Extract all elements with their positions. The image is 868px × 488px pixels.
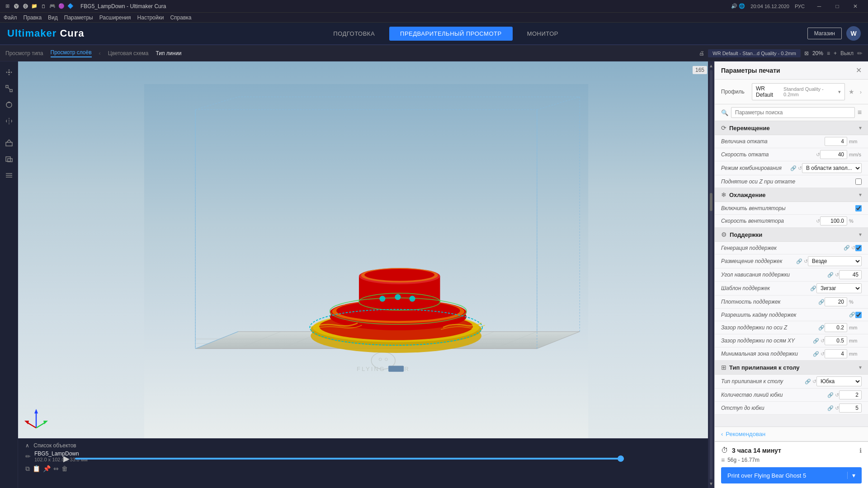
tab-monitor[interactable]: МОНИТОР [516,27,569,41]
reset-icon9[interactable]: ↺ [812,379,816,385]
maximize-button[interactable]: □ [828,0,846,13]
skirt-count-input[interactable] [839,390,862,399]
bottom-bar: ∧ Список объектов ✏ FBG5_LampDown 102.0 … [18,438,714,488]
link-icon8[interactable]: 🔗 [818,325,825,331]
reset-icon7[interactable]: ↺ [821,338,825,344]
reset-icon5[interactable]: ↺ [804,258,808,264]
menu-settings[interactable]: Настройки [137,14,164,21]
icon-mirror[interactable]: ⇔ [53,465,59,473]
menu-view[interactable]: Вид [48,14,58,21]
section-adhesion[interactable]: ⊞ Тип прилипания к столу ▾ [715,361,868,375]
tool-scale[interactable] [2,81,16,96]
play-button[interactable]: ▶ [63,454,70,464]
section-movement[interactable]: ⟳ Перемещение ▾ [715,121,868,135]
tool-move[interactable] [2,65,16,80]
icon-paste[interactable]: 📌 [43,465,51,473]
icon-duplicate[interactable]: ⧉ [25,465,30,473]
reset-icon6[interactable]: ↺ [835,272,839,278]
object-list-toggle[interactable]: ∧ Список объектов [25,442,707,449]
titlebar-right: 🔊 🌐 20:04 16.12.2020 РУС ─ □ ✕ [731,0,864,13]
reset-icon4[interactable]: ↺ [851,245,855,251]
link-icon3[interactable]: 🔗 [796,258,802,264]
skirt-gap-input[interactable] [839,404,862,413]
support-angle-input[interactable] [839,270,862,279]
bed-adhesion-select[interactable]: Юбка Кромка Плот Нет [816,376,862,386]
menu-params[interactable]: Параметры [64,14,93,21]
support-z-gap-input[interactable] [825,323,847,332]
link-icon[interactable]: 🔗 [790,165,797,171]
support-density-input[interactable] [825,297,847,306]
reset-icon[interactable]: ↺ [816,152,820,158]
reset-icon10[interactable]: ↺ [835,392,839,398]
support-placement-select[interactable]: Везде Только от стола [808,256,862,266]
link-icon10[interactable]: 🔗 [813,351,819,357]
minimize-button[interactable]: ─ [810,0,828,13]
print-dropdown-arrow[interactable]: ▾ [847,472,855,479]
combing-select[interactable]: В области запол... Везде Нет [802,163,862,173]
support-xy-gap-input[interactable] [825,336,847,345]
slider-thumb[interactable] [618,455,624,462]
print-button[interactable]: Print over Flying Bear Ghost 5 ▾ [721,467,862,483]
edit-icon[interactable]: ✏ [857,50,863,57]
support-brim-checkbox[interactable] [855,312,862,318]
shop-button[interactable]: Магазин [807,28,842,39]
link-icon2[interactable]: 🔗 [844,245,850,251]
off-label[interactable]: Выкл [840,50,854,56]
support-min-area-input[interactable] [825,349,847,358]
tool-per-model[interactable] [2,152,16,166]
printer-icon: 🖨 [699,50,704,56]
reset-icon11[interactable]: ↺ [835,405,839,411]
retraction-speed-input[interactable] [820,150,847,159]
viewport-scrollbar[interactable]: ▲ ▼ [708,61,714,488]
menu-icon[interactable]: ≡ [858,108,862,117]
info-icon[interactable]: ℹ [859,447,862,454]
reset-icon2[interactable]: ↺ [798,165,802,171]
panel-close-button[interactable]: ✕ [856,66,862,75]
tool-layers[interactable] [2,168,16,183]
menu-help[interactable]: Справка [170,14,191,21]
link-icon6[interactable]: 🔗 [818,299,825,305]
viewport[interactable]: FLYING BEAR [0,61,714,488]
link-icon4[interactable]: 🔗 [827,272,834,278]
support-gen-checkbox[interactable] [855,245,862,251]
scroll-thumb[interactable] [710,193,712,211]
search-input[interactable] [731,107,855,118]
user-avatar[interactable]: W [846,26,861,41]
section-cooling[interactable]: ❄ Охлаждение ▾ [715,188,868,202]
z-hop-checkbox[interactable] [855,178,862,185]
menu-extensions[interactable]: Расширения [99,14,131,21]
support-pattern-select[interactable]: Зигзаг Линии Сетка [816,283,862,293]
tool-support-blocker[interactable] [2,136,16,150]
close-button[interactable]: ✕ [846,0,864,13]
tool-mirror[interactable] [2,114,16,128]
link-icon11[interactable]: 🔗 [805,379,811,385]
tab-preview[interactable]: ПРЕДВАРИТЕЛЬНЫЙ ПРОСМОТР [389,27,513,41]
fan-speed-input[interactable] [820,216,847,225]
icon-delete[interactable]: 🗑 [61,465,68,473]
recommended-button[interactable]: ‹ Рекомендован [715,427,868,441]
tab-prepare[interactable]: ПОДГОТОВКА [322,27,386,41]
icon-copy[interactable]: 📋 [33,465,40,473]
reset-icon3[interactable]: ↺ [816,218,820,224]
link-icon7[interactable]: 🔗 [849,312,855,318]
view-type-tab[interactable]: Просмотр типа [5,50,43,56]
menu-file[interactable]: Файл [4,14,17,21]
link-icon13[interactable]: 🔗 [827,405,834,411]
fans-checkbox[interactable] [855,205,862,211]
profile-select[interactable]: WR Default Standard Quality - 0.2mm ▾ [752,83,845,100]
link-icon12[interactable]: 🔗 [827,392,834,398]
link-icon5[interactable]: 🔗 [810,286,816,291]
scheme-value[interactable]: Тип линии [156,50,182,56]
reset-icon8[interactable]: ↺ [821,351,825,357]
view-layer-tab[interactable]: Просмотр слоёв [51,49,92,57]
scroll-up-arrow[interactable]: ▲ [709,63,713,68]
slider-fill [75,458,624,460]
star-icon[interactable]: ★ [849,88,854,95]
retraction-distance-input[interactable] [825,137,847,146]
tool-rotate[interactable] [2,98,16,112]
link-icon9[interactable]: 🔗 [813,338,819,344]
scroll-down-arrow[interactable]: ▼ [709,481,713,486]
layer-slider[interactable] [75,458,624,460]
section-supports[interactable]: ⚙ Поддержки ▾ [715,228,868,242]
menu-edit[interactable]: Правка [24,14,42,21]
